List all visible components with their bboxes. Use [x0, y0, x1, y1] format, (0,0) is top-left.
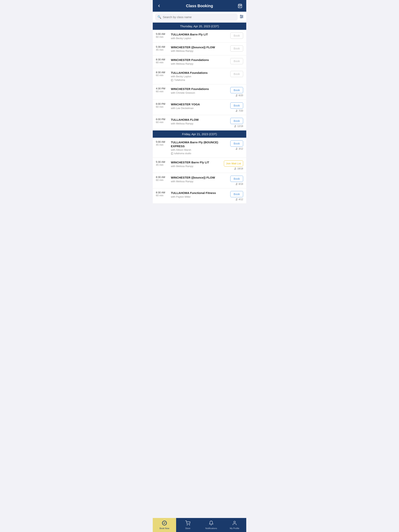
- class-list: Thursday, Apr 20, 2023 (CDT)5:00 AM60 mi…: [153, 23, 246, 532]
- svg-point-27: [237, 198, 238, 199]
- class-item: 8:30 AM60 minTULLAHOMA Foundationswith B…: [153, 68, 246, 84]
- class-time-start: 6:00 PM: [156, 118, 165, 121]
- book-button[interactable]: Book: [230, 87, 243, 93]
- svg-point-24: [236, 183, 237, 184]
- notifications-label: Notifications: [205, 527, 217, 529]
- class-time: 8:30 AM60 min: [156, 176, 168, 182]
- book-now-icon: [162, 520, 167, 526]
- svg-point-31: [234, 521, 236, 523]
- class-item: 8:30 AM60 minWINCHESTER ((bounce)) FLOWw…: [153, 173, 246, 188]
- book-button-disabled: Book: [230, 45, 243, 52]
- class-time: 5:00 AM60 min: [156, 32, 168, 38]
- book-button[interactable]: Book: [230, 118, 243, 124]
- book-button-disabled: Book: [230, 58, 243, 64]
- svg-point-8: [242, 16, 243, 17]
- class-item: 5:30 AM45 minWINCHESTER Barre Fly LITwit…: [153, 158, 246, 173]
- class-instructor: with Melissa Rampy: [171, 50, 223, 52]
- class-time-start: 5:00 AM: [156, 32, 165, 35]
- class-time: 8:30 AM60 min: [156, 191, 168, 197]
- class-capacity: 18/18: [234, 167, 243, 170]
- search-input[interactable]: [163, 15, 235, 19]
- class-info: WINCHESTER Foundationswith Christie Gree…: [171, 87, 223, 94]
- book-now-label: Book Now: [160, 527, 169, 529]
- class-capacity: 12/18: [234, 125, 243, 127]
- book-button-disabled: Book: [230, 32, 243, 39]
- search-bar: 🔍: [153, 12, 246, 23]
- class-info: WINCHESTER ((bounce)) FLOWwith Melissa R…: [171, 45, 223, 53]
- book-button[interactable]: Book: [230, 176, 243, 182]
- class-instructor: with Allison Marsh: [171, 148, 223, 151]
- nav-store[interactable]: Store: [176, 518, 200, 532]
- class-time-start: 8:30 AM: [156, 191, 165, 194]
- class-time-duration: 60 min: [156, 178, 163, 182]
- class-time: 5:00 AM45 min: [156, 140, 168, 146]
- class-action: Book 6/20: [225, 87, 243, 97]
- class-time-duration: 60 min: [156, 194, 163, 197]
- svg-point-7: [240, 15, 241, 16]
- nav-my-profile[interactable]: My Profile: [223, 518, 246, 532]
- class-instructor: with Melissa Rampy: [171, 122, 223, 125]
- class-info: WINCHESTER Foundationswith Melissa Rampy: [171, 58, 223, 65]
- class-time-start: 5:00 AM: [156, 140, 165, 143]
- class-time-start: 5:30 AM: [156, 45, 165, 48]
- back-button[interactable]: [156, 3, 162, 9]
- class-time: 8:30 AM60 min: [156, 71, 168, 77]
- svg-point-30: [189, 525, 190, 525]
- search-icon: 🔍: [157, 15, 161, 19]
- bottom-nav: Book Now Store Notifications My Pro: [153, 518, 246, 532]
- day-header-0: Thursday, Apr 20, 2023 (CDT): [153, 23, 246, 30]
- class-time-duration: 60 min: [156, 35, 163, 38]
- class-time-duration: 45 min: [156, 143, 163, 146]
- class-time-start: 4:30 PM: [156, 87, 165, 90]
- class-time-duration: 45 min: [156, 163, 163, 166]
- class-action: Book 7/20: [225, 102, 243, 112]
- class-time: 8:30 AM60 min: [156, 58, 168, 64]
- class-action: Book 4/12: [225, 191, 243, 201]
- class-capacity: 6/20: [235, 94, 243, 97]
- class-name: TULLAHOMA Barre Fly LIT: [171, 32, 223, 36]
- book-button[interactable]: Book: [230, 191, 243, 197]
- svg-point-22: [235, 168, 235, 168]
- svg-point-20: [236, 148, 237, 149]
- waitlist-button[interactable]: Join Wait List: [224, 160, 243, 166]
- class-name: WINCHESTER Foundations: [171, 87, 223, 91]
- class-action: Join Wait List 18/18: [224, 160, 243, 170]
- class-instructor: with Christie Greeson: [171, 91, 223, 94]
- class-time-start: 6:00 PM: [156, 102, 165, 105]
- filter-button[interactable]: [239, 14, 244, 20]
- class-name: WINCHESTER ((bounce)) FLOW: [171, 45, 223, 49]
- book-button[interactable]: Book: [230, 140, 243, 147]
- class-instructor: with Melissa Rampy: [171, 165, 221, 168]
- class-time-duration: 60 min: [156, 61, 163, 64]
- class-time-duration: 60 min: [156, 90, 163, 93]
- store-icon: [185, 520, 190, 526]
- nav-book-now[interactable]: Book Now: [153, 518, 176, 532]
- svg-point-9: [241, 17, 242, 18]
- class-action: Book 3/12: [225, 140, 243, 150]
- header: Class Booking: [153, 0, 246, 12]
- class-item: 4:30 PM60 minWINCHESTER Foundationswith …: [153, 84, 246, 100]
- class-time: 5:30 AM45 min: [156, 45, 168, 51]
- class-name: TULLAHOMA Functional Fitness: [171, 191, 223, 195]
- notifications-icon: [209, 520, 214, 526]
- class-item: 5:00 AM60 minTULLAHOMA Barre Fly LITwith…: [153, 30, 246, 43]
- class-capacity: 3/12: [235, 147, 243, 150]
- class-capacity: 7/20: [235, 109, 243, 112]
- class-action: Book: [225, 71, 243, 77]
- book-button[interactable]: Book: [230, 102, 243, 109]
- class-capacity: 4/12: [235, 198, 243, 201]
- class-info: WINCHESTER ((bounce)) FLOWwith Melissa R…: [171, 176, 223, 183]
- class-time-start: 5:30 AM: [156, 160, 165, 163]
- calendar-button[interactable]: [237, 3, 243, 9]
- svg-point-23: [235, 168, 236, 168]
- class-time-start: 8:30 AM: [156, 176, 165, 178]
- class-time: 5:30 AM45 min: [156, 160, 168, 166]
- class-item: 5:00 AM45 minTULLAHOMA Barre Fly (BOUNCE…: [153, 138, 246, 158]
- my-profile-icon: [232, 520, 237, 526]
- class-instructor: with Melissa Rampy: [171, 180, 223, 183]
- class-action: Book: [225, 32, 243, 39]
- class-info: TULLAHOMA Foundationswith Becky Layton T…: [171, 71, 223, 82]
- svg-point-12: [236, 95, 237, 95]
- nav-notifications[interactable]: Notifications: [200, 518, 223, 532]
- book-button-disabled: Book: [230, 71, 243, 77]
